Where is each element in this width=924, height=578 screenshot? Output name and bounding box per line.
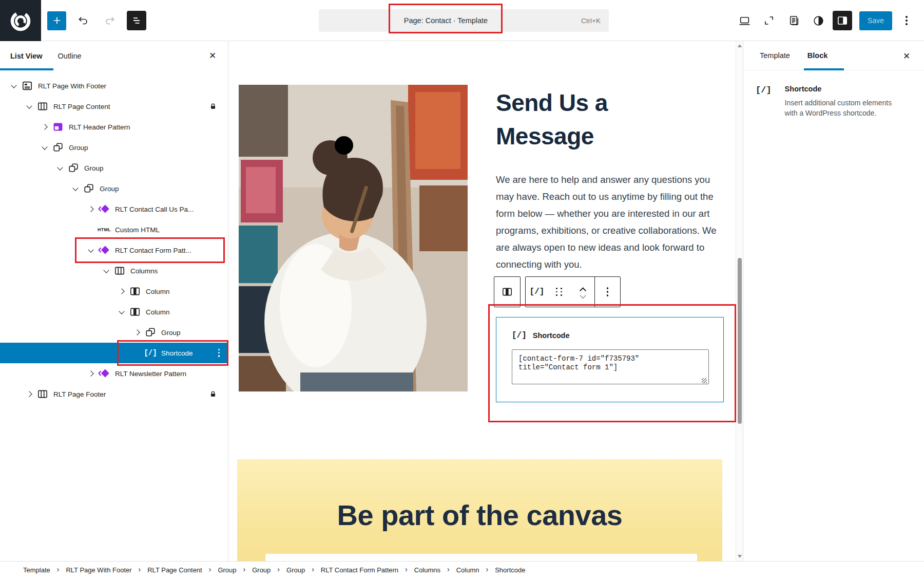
editor-top-bar: Page: Contact · Template Ctrl+K	[0, 0, 924, 41]
chevron-down-icon[interactable]	[38, 146, 51, 149]
style-book-button[interactable]	[808, 11, 829, 30]
breadcrumb-item-shortcode[interactable]: Shortcode	[495, 566, 525, 574]
chevron-down-icon[interactable]	[69, 188, 82, 190]
settings-tabs: Template Block ✕	[743, 41, 924, 70]
shortcode-block[interactable]: [/] Shortcode [contact-form-7 id="f73579…	[496, 317, 724, 402]
document-overview-button[interactable]	[783, 11, 804, 30]
undo-button[interactable]	[73, 11, 93, 30]
close-settings-button[interactable]: ✕	[899, 49, 914, 63]
tree-item-rlt-contact-form-patt[interactable]: RLT Contact Form Patt...	[0, 240, 228, 260]
columns-icon	[113, 265, 126, 277]
editor-canvas: Send Us a Message We are here to help an…	[228, 41, 743, 561]
block-type-button[interactable]: [/]	[526, 277, 548, 307]
chevron-right-icon[interactable]	[38, 125, 51, 129]
tree-item-rlt-page-with-footer[interactable]: RLT Page With Footer	[0, 76, 228, 96]
block-inserter-button[interactable]	[47, 11, 66, 30]
contact-image-block[interactable]	[239, 85, 468, 391]
chevron-right-icon[interactable]	[130, 330, 144, 334]
tree-item-group[interactable]: Group	[0, 322, 228, 343]
tree-item-label: RLT Page Content	[53, 103, 110, 110]
pattern-icon	[98, 244, 111, 256]
scrollbar-thumb[interactable]	[738, 258, 742, 424]
tree-item-rlt-page-content[interactable]: RLT Page Content	[0, 96, 228, 117]
options-menu-icon	[906, 16, 908, 25]
block-toolbar: [/]	[494, 276, 621, 307]
shortcode-icon: [/]	[530, 287, 545, 296]
breadcrumb-separator: ›	[243, 565, 246, 573]
chevron-right-icon[interactable]	[115, 289, 128, 293]
scroll-up-arrow-icon[interactable]	[738, 44, 742, 47]
tree-item-group[interactable]: Group	[0, 158, 228, 178]
close-list-view-button[interactable]: ✕	[205, 48, 220, 63]
tree-item-label: RLT Header Pattern	[69, 123, 130, 131]
settings-sidebar-toggle[interactable]	[833, 11, 852, 30]
chevron-right-icon[interactable]	[23, 392, 36, 396]
save-button[interactable]: Save	[859, 11, 892, 30]
tree-item-rlt-newsletter-pattern[interactable]: RLT Newsletter Pattern	[0, 363, 228, 384]
breadcrumb-item-rlt-contact-form-pattern[interactable]: RLT Contact Form Pattern	[321, 566, 398, 574]
chevron-down-icon[interactable]	[7, 85, 21, 87]
page-heading[interactable]: Send Us a Message	[496, 86, 650, 154]
breadcrumb-item-columns[interactable]: Columns	[414, 566, 440, 574]
page-content-icon	[36, 100, 49, 113]
options-menu-button[interactable]	[896, 11, 917, 30]
breadcrumb-item-rlt-page-content[interactable]: RLT Page Content	[147, 566, 202, 574]
list-view-toggle[interactable]	[127, 11, 146, 30]
breadcrumb-item-template[interactable]: Template	[23, 566, 50, 574]
drag-handle[interactable]	[548, 277, 571, 307]
chevron-right-icon[interactable]	[84, 371, 98, 376]
chevron-down-icon[interactable]	[23, 105, 36, 108]
chevron-right-icon[interactable]	[84, 207, 98, 211]
breadcrumb-item-group[interactable]: Group	[286, 566, 305, 574]
block-options-button[interactable]	[594, 277, 620, 307]
cta-form-field[interactable]	[265, 554, 697, 561]
group-icon	[67, 162, 80, 174]
breadcrumb-separator: ›	[405, 565, 408, 573]
fit-screen-button[interactable]	[759, 11, 779, 30]
document-title-bar[interactable]: Page: Contact · Template Ctrl+K	[319, 9, 609, 32]
column-icon	[128, 285, 142, 297]
column-icon	[128, 306, 142, 318]
scroll-down-arrow-icon[interactable]	[738, 555, 742, 558]
canvas-scrollbar[interactable]	[736, 41, 743, 561]
breadcrumb-item-group[interactable]: Group	[252, 566, 271, 574]
chevron-down-icon[interactable]	[53, 167, 67, 170]
select-parent-column-button[interactable]	[494, 277, 520, 307]
shortcode-icon: [/]	[512, 331, 527, 340]
active-tab-underline	[804, 68, 844, 70]
tree-item-columns[interactable]: Columns	[0, 260, 228, 281]
cta-heading[interactable]: Be part of the canvas	[237, 498, 722, 532]
tree-item-shortcode[interactable]: [/]Shortcode	[0, 343, 228, 363]
block-movers[interactable]	[571, 277, 594, 307]
breadcrumb-item-group[interactable]: Group	[218, 566, 236, 574]
shortcode-code-input[interactable]: [contact-form-7 id="f735793" title="Cont…	[512, 349, 709, 384]
tree-item-group[interactable]: Group	[0, 137, 228, 158]
tab-block[interactable]: Block	[807, 51, 828, 60]
pattern-icon	[98, 367, 111, 380]
drag-handle-icon	[556, 288, 563, 296]
cta-section[interactable]: Be part of the canvas	[237, 459, 722, 561]
tree-item-group[interactable]: Group	[0, 178, 228, 199]
page-paragraph[interactable]: We are here to help and answer any quest…	[496, 171, 729, 273]
breadcrumb-item-rlt-page-with-footer[interactable]: RLT Page With Footer	[66, 566, 131, 574]
chevron-down-icon[interactable]	[84, 249, 98, 252]
preview-device-button[interactable]	[734, 11, 755, 30]
tree-item-rlt-contact-call-us-pa[interactable]: RLT Contact Call Us Pa...	[0, 199, 228, 219]
breadcrumb-item-column[interactable]: Column	[456, 566, 479, 574]
tab-outline[interactable]: Outline	[58, 52, 82, 60]
tree-item-rlt-header-pattern[interactable]: RLT Header Pattern	[0, 117, 228, 137]
tree-item-column[interactable]: Column	[0, 302, 228, 322]
tab-template[interactable]: Template	[760, 51, 790, 60]
chevron-down-icon[interactable]	[100, 270, 113, 272]
chevron-down-icon[interactable]	[115, 311, 128, 313]
redo-button[interactable]	[100, 11, 120, 30]
tab-list-view[interactable]: List View	[10, 52, 43, 60]
textarea-resize-grip[interactable]	[702, 378, 707, 383]
wordpress-site-logo[interactable]	[0, 0, 41, 41]
tree-item-column[interactable]: Column	[0, 281, 228, 302]
tree-item-custom-html[interactable]: HTMLCustom HTML	[0, 219, 228, 240]
tree-item-rlt-page-footer[interactable]: RLT Page Footer	[0, 384, 228, 404]
breadcrumb-separator: ›	[312, 565, 314, 573]
tree-item-label: Group	[100, 185, 119, 193]
tree-item-options-icon[interactable]	[218, 349, 220, 357]
